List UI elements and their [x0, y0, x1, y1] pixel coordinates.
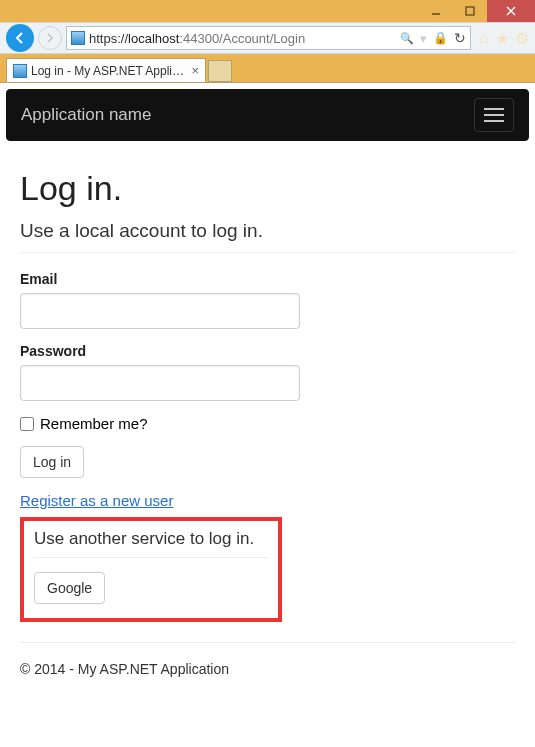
forward-button[interactable] — [38, 26, 62, 50]
tab-title: Log in - My ASP.NET Appli… — [31, 64, 187, 78]
window-maximize-button[interactable] — [453, 0, 487, 22]
register-link[interactable]: Register as a new user — [20, 492, 173, 509]
login-button[interactable]: Log in — [20, 446, 84, 478]
google-login-button[interactable]: Google — [34, 572, 105, 604]
remember-me-checkbox[interactable] — [20, 417, 34, 431]
page-viewport: Application name Log in. Use a local acc… — [0, 82, 535, 747]
email-label: Email — [20, 271, 515, 287]
browser-toolbar: https://localhost:44300/Account/Login 🔍 … — [0, 22, 535, 54]
lock-icon: 🔒 — [433, 31, 448, 45]
page-title: Log in. — [20, 169, 515, 208]
page-content: Log in. Use a local account to log in. E… — [0, 141, 535, 691]
tab-strip: Log in - My ASP.NET Appli… × — [0, 54, 535, 82]
tab-favicon-icon — [13, 64, 27, 78]
email-field[interactable] — [20, 293, 300, 329]
url-path: /Account/Login — [219, 31, 305, 46]
page-favicon-icon — [71, 31, 85, 45]
url-host: localhost — [128, 31, 179, 46]
app-brand[interactable]: Application name — [21, 105, 151, 125]
back-button[interactable] — [6, 24, 34, 52]
addr-sep: ▾ — [420, 31, 427, 46]
menu-toggle-button[interactable] — [474, 98, 514, 132]
refresh-icon[interactable]: ↻ — [454, 30, 466, 46]
divider — [34, 557, 268, 558]
search-icon[interactable]: 🔍 — [400, 32, 414, 45]
external-login-highlight: Use another service to log in. Google — [20, 517, 282, 622]
settings-icon[interactable]: ⚙ — [515, 29, 529, 48]
page-subheading: Use a local account to log in. — [20, 220, 515, 242]
home-icon[interactable]: ⌂ — [479, 29, 489, 48]
password-field[interactable] — [20, 365, 300, 401]
url-text: https://localhost:44300/Account/Login — [89, 31, 396, 46]
svg-rect-1 — [466, 7, 474, 15]
browser-right-icons: ⌂ ★ ⚙ — [475, 29, 529, 48]
window-minimize-button[interactable] — [419, 0, 453, 22]
window-close-button[interactable] — [487, 0, 535, 22]
url-scheme: https:// — [89, 31, 128, 46]
remember-me-label: Remember me? — [40, 415, 148, 432]
favorites-icon[interactable]: ★ — [495, 29, 509, 48]
app-navbar: Application name — [6, 89, 529, 141]
browser-tab[interactable]: Log in - My ASP.NET Appli… × — [6, 58, 206, 82]
tab-close-icon[interactable]: × — [191, 63, 199, 78]
divider — [20, 252, 515, 253]
external-login-heading: Use another service to log in. — [34, 529, 268, 549]
address-bar[interactable]: https://localhost:44300/Account/Login 🔍 … — [66, 26, 471, 50]
window-titlebar — [0, 0, 535, 22]
page-footer: © 2014 - My ASP.NET Application — [20, 642, 515, 677]
password-label: Password — [20, 343, 515, 359]
url-port: :44300 — [179, 31, 219, 46]
new-tab-button[interactable] — [208, 60, 232, 82]
